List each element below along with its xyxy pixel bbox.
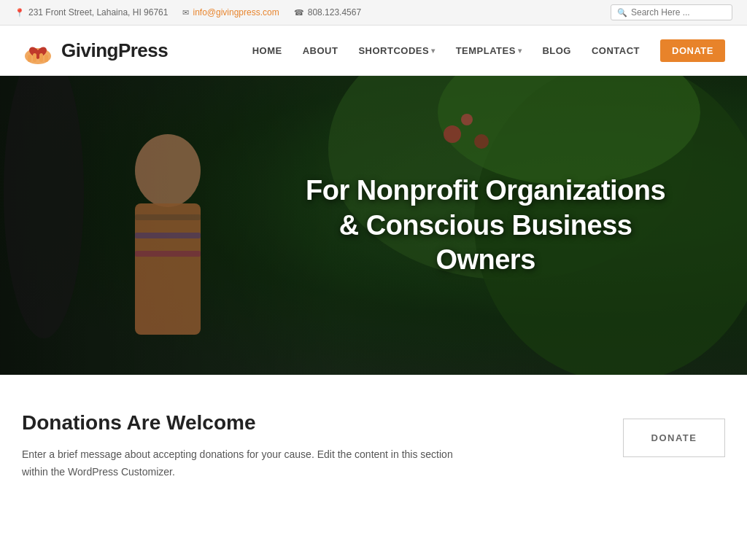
nav-contact[interactable]: CONTACT [592,45,640,56]
svg-rect-4 [44,55,48,62]
donations-text-block: Donations Are Welcome Enter a brief mess… [22,411,460,481]
nav-about[interactable]: ABOUT [303,45,338,56]
nav-shortcodes[interactable]: SHORTCODES ▾ [358,45,435,56]
top-bar-contact-info: 📍 231 Front Street, Lahaina, HI 96761 ✉ … [15,7,361,18]
logo[interactable]: GivingPress [22,36,168,65]
address-text: 231 Front Street, Lahaina, HI 96761 [28,7,168,18]
search-input[interactable] [631,7,726,18]
phone-item: ☎ 808.123.4567 [294,7,361,18]
logo-icon [22,36,54,65]
hero-title: For Nonprofit Organizations & Conscious … [299,174,673,278]
hero-text: For Nonprofit Organizations & Conscious … [299,174,673,278]
search-box[interactable]: 🔍 [611,4,732,20]
phone-text: 808.123.4567 [308,7,361,18]
pin-icon: 📍 [15,8,25,18]
phone-icon: ☎ [294,8,304,18]
templates-dropdown-icon: ▾ [518,47,522,55]
email-item: ✉ info@givingpress.com [182,7,279,18]
svg-rect-2 [33,53,36,62]
hero-section: For Nonprofit Organizations & Conscious … [0,76,747,375]
donations-title: Donations Are Welcome [22,411,460,435]
top-bar: 📍 231 Front Street, Lahaina, HI 96761 ✉ … [0,0,747,26]
nav-templates[interactable]: TEMPLATES ▾ [456,45,522,56]
main-nav: HOME ABOUT SHORTCODES ▾ TEMPLATES ▾ BLOG… [252,39,725,62]
nav-home[interactable]: HOME [252,45,282,56]
donate-cta-button[interactable]: DONATE [623,419,725,457]
donations-section: Donations Are Welcome Enter a brief mess… [0,375,747,518]
search-icon: 🔍 [617,8,627,18]
svg-rect-3 [39,53,43,62]
svg-rect-1 [28,55,31,62]
logo-text: GivingPress [61,39,168,62]
email-link[interactable]: info@givingpress.com [193,7,279,18]
donations-description: Enter a brief message about accepting do… [22,446,460,481]
top-bar-search: 🔍 [611,4,732,20]
shortcodes-dropdown-icon: ▾ [431,47,436,55]
site-header: GivingPress HOME ABOUT SHORTCODES ▾ TEMP… [0,26,747,76]
nav-donate[interactable]: DONATE [660,39,725,62]
email-icon: ✉ [182,8,189,18]
nav-blog[interactable]: BLOG [542,45,571,56]
address-item: 📍 231 Front Street, Lahaina, HI 96761 [15,7,168,18]
